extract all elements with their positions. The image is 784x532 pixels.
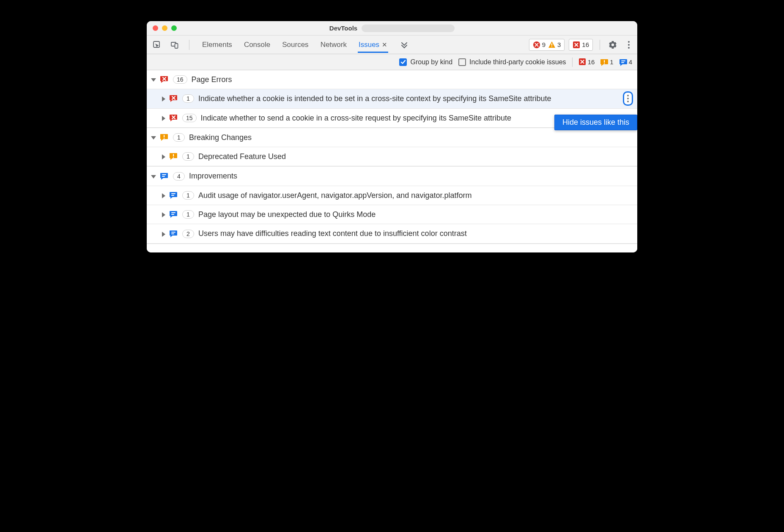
chevron-right-icon[interactable] — [162, 232, 165, 237]
issue-title: Indicate whether a cookie is intended to… — [198, 93, 632, 104]
window-minimize-button[interactable] — [162, 25, 167, 31]
issue-item[interactable]: 2 Users may have difficulties reading te… — [147, 224, 637, 243]
issue-group-breaking-changes: 1 Breaking Changes 1 Deprecated Feature … — [147, 128, 637, 167]
group-count: 1 — [173, 133, 185, 142]
issue-count: 1 — [182, 152, 194, 161]
titlebar: DevTools — [147, 21, 637, 36]
warning-speech-icon — [160, 133, 169, 142]
footer-pad — [147, 244, 637, 252]
warning-triangle-icon — [548, 41, 556, 49]
warning-speech-icon — [600, 58, 608, 66]
group-header[interactable]: 1 Breaking Changes — [147, 128, 637, 147]
window-zoom-button[interactable] — [171, 25, 177, 31]
issue-count: 1 — [182, 94, 194, 103]
chevron-right-icon[interactable] — [162, 96, 165, 101]
issues-count-info[interactable]: 4 — [620, 58, 632, 66]
tab-sources[interactable]: Sources — [281, 36, 309, 53]
error-speech-icon — [170, 94, 178, 103]
badge-count: 4 — [629, 58, 632, 66]
inspect-element-button[interactable] — [151, 39, 163, 51]
badge-count: 16 — [582, 41, 589, 48]
chevron-right-icon[interactable] — [162, 212, 165, 217]
chevron-down-icon[interactable] — [151, 78, 156, 82]
issue-menu-button[interactable] — [623, 91, 633, 106]
issue-title: Deprecated Feature Used — [198, 151, 632, 162]
toolbar-separator — [600, 40, 600, 50]
device-toolbar-button[interactable] — [169, 39, 181, 51]
checkbox-label: Include third-party cookie issues — [469, 58, 566, 66]
issue-title: Users may have difficulties reading text… — [198, 228, 632, 239]
issue-item[interactable]: 1 Indicate whether a cookie is intended … — [147, 89, 637, 108]
issues-status-box[interactable]: 16 — [569, 39, 593, 51]
issue-count: 1 — [182, 191, 194, 200]
chevron-down-icon[interactable] — [151, 136, 156, 140]
tab-label: Elements — [202, 41, 232, 49]
context-menu[interactable]: Hide issues like this — [554, 115, 637, 130]
console-warnings-badge: 3 — [548, 41, 561, 49]
tab-elements[interactable]: Elements — [201, 36, 233, 53]
issues-count-warning[interactable]: 1 — [600, 58, 613, 66]
issue-item[interactable]: 1 Page layout may be unexpected due to Q… — [147, 205, 637, 224]
badge-count: 16 — [588, 58, 595, 66]
badge-count: 1 — [610, 58, 613, 66]
toolbar-separator — [572, 58, 573, 67]
issue-group-improvements: 4 Improvements 1 Audit usage of navigato… — [147, 167, 637, 244]
window-title: DevTools — [329, 25, 357, 32]
group-by-kind-checkbox[interactable]: Group by kind — [399, 58, 452, 66]
chevron-right-icon[interactable] — [162, 116, 165, 121]
menu-item-hide[interactable]: Hide issues like this — [562, 118, 629, 126]
group-count: 16 — [173, 75, 187, 84]
tab-console[interactable]: Console — [243, 36, 271, 53]
issue-count: 2 — [182, 230, 194, 238]
main-menu-button[interactable] — [623, 39, 635, 51]
chevron-right-icon[interactable] — [162, 193, 165, 198]
checkbox-label: Group by kind — [410, 58, 452, 66]
issues-errors-badge: 16 — [573, 41, 589, 49]
warning-speech-icon — [170, 152, 178, 161]
info-speech-icon — [170, 191, 178, 200]
issue-item[interactable]: 1 Audit usage of navigator.userAgent, na… — [147, 186, 637, 205]
issue-count: 15 — [182, 114, 197, 122]
panel-tabs: Elements Console Sources Network Issues … — [201, 36, 410, 53]
error-circle-icon — [533, 41, 540, 49]
info-speech-icon — [170, 210, 178, 219]
tab-label: Console — [244, 41, 270, 49]
group-title: Improvements — [189, 171, 237, 181]
issues-toolbar: Group by kind Include third-party cookie… — [147, 54, 637, 70]
more-tabs-button[interactable] — [398, 39, 410, 51]
chevron-down-icon[interactable] — [151, 175, 156, 178]
group-header[interactable]: 16 Page Errors — [147, 70, 637, 89]
close-icon[interactable]: ✕ — [382, 41, 387, 49]
settings-button[interactable] — [607, 39, 619, 51]
issue-title: Page layout may be unexpected due to Qui… — [198, 209, 632, 219]
main-toolbar: Elements Console Sources Network Issues … — [147, 36, 637, 54]
tab-network[interactable]: Network — [320, 36, 348, 53]
tab-issues[interactable]: Issues ✕ — [358, 36, 388, 53]
badge-count: 9 — [542, 41, 546, 48]
tab-label: Sources — [282, 41, 308, 49]
info-speech-icon — [170, 229, 178, 239]
include-third-party-checkbox[interactable]: Include third-party cookie issues — [458, 58, 566, 66]
issue-item[interactable]: 1 Deprecated Feature Used — [147, 147, 637, 166]
error-box-icon — [573, 41, 580, 49]
info-speech-icon — [160, 172, 169, 181]
issue-count: 1 — [182, 210, 194, 219]
group-title: Breaking Changes — [189, 132, 252, 143]
inspected-url-pill — [362, 25, 455, 32]
console-status-box[interactable]: 9 3 — [529, 39, 565, 51]
console-errors-badge: 9 — [533, 41, 546, 49]
chevron-right-icon[interactable] — [162, 154, 165, 159]
traffic-lights — [147, 25, 177, 31]
issue-title: Audit usage of navigator.userAgent, navi… — [198, 190, 632, 200]
title-center: DevTools — [147, 25, 637, 32]
badge-count: 3 — [557, 41, 561, 48]
issues-count-error[interactable]: 16 — [578, 58, 595, 66]
issues-list: 16 Page Errors 1 Indicate whether a cook… — [147, 70, 637, 244]
group-header[interactable]: 4 Improvements — [147, 167, 637, 186]
group-title: Page Errors — [192, 74, 232, 85]
error-speech-icon — [160, 75, 169, 84]
tab-label: Issues — [359, 41, 379, 49]
tab-label: Network — [321, 41, 347, 49]
window-close-button[interactable] — [153, 25, 158, 31]
issue-group-page-errors: 16 Page Errors 1 Indicate whether a cook… — [147, 70, 637, 128]
